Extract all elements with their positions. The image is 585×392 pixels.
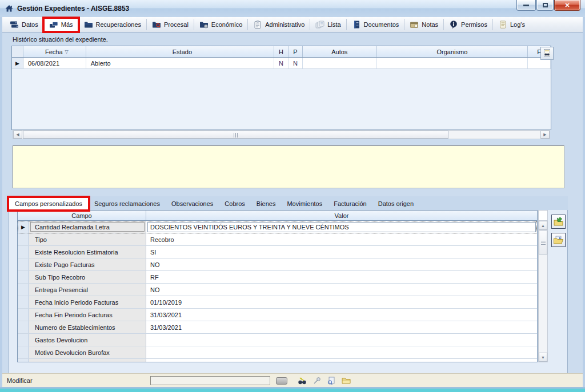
cell-p: N bbox=[289, 58, 303, 68]
toolbar-button-recuperaciones[interactable]: Recuperaciones bbox=[79, 18, 147, 31]
close-icon: ✕ bbox=[564, 2, 570, 9]
desktop-edge-strip bbox=[0, 389, 585, 392]
tab-bienes[interactable]: Bienes bbox=[251, 198, 282, 210]
field-name-cell: Gastos Devolucion bbox=[29, 334, 146, 346]
close-button[interactable]: ✕ bbox=[554, 0, 580, 11]
field-value-cell[interactable]: NO bbox=[146, 284, 537, 296]
toolbar-label: Permisos bbox=[461, 21, 487, 28]
column-header-valor[interactable]: Valor bbox=[146, 211, 537, 220]
tab-seguros-reclamaciones[interactable]: Seguros reclamaciones bbox=[89, 198, 166, 210]
field-value-cell[interactable]: NO bbox=[146, 258, 537, 270]
toolbar-label: Económico bbox=[211, 21, 242, 28]
horizontal-scroll-thumb[interactable] bbox=[23, 131, 448, 139]
import-folder-button[interactable] bbox=[551, 215, 566, 229]
field-name-cell: Fecha Inicio Periodo Facturas bbox=[29, 296, 146, 308]
arrow-left-icon: ◀ bbox=[16, 132, 19, 137]
history-search-button[interactable] bbox=[540, 47, 554, 60]
toolbar-button-administrativo[interactable]: Administrativo bbox=[248, 18, 310, 31]
main-toolbar: Datos Más Recuperaciones Procesal Económ… bbox=[2, 17, 583, 33]
toolbar-button-lista[interactable]: Lista bbox=[310, 18, 346, 31]
notepad-icon bbox=[410, 20, 419, 29]
pin-icon[interactable] bbox=[312, 376, 322, 385]
field-row-fecha-fin-periodo-facturas[interactable]: Fecha Fin Periodo Facturas 31/03/2021 bbox=[18, 309, 537, 321]
scroll-up-button[interactable]: ▲ bbox=[539, 221, 547, 230]
history-grid-header: Fecha▽ Estado H P Autos Organismo F bbox=[12, 46, 551, 58]
field-value-cell[interactable]: RF bbox=[146, 271, 537, 283]
scroll-right-button[interactable]: ▶ bbox=[540, 131, 550, 139]
column-header-organismo[interactable]: Organismo bbox=[377, 46, 528, 57]
field-value-cell[interactable]: Recobro bbox=[146, 233, 537, 245]
column-header-p[interactable]: P bbox=[289, 46, 303, 57]
toolbar-button-procesal[interactable]: Procesal bbox=[147, 18, 194, 31]
current-row-icon: ▶ bbox=[15, 60, 19, 66]
field-value-cell[interactable]: SI bbox=[146, 246, 537, 258]
field-row-cantidad-reclamada-letra[interactable]: ▶ Cantidad Reclamada Letra DOSCIENTOS VE… bbox=[18, 221, 537, 233]
toolbar-button-permisos[interactable]: Permisos bbox=[444, 18, 492, 31]
history-table-row[interactable]: ▶ 06/08/2021 Abierto N N bbox=[12, 58, 551, 69]
column-header-campo[interactable]: Campo bbox=[18, 211, 146, 220]
tab-cobros[interactable]: Cobros bbox=[219, 198, 250, 210]
tab-observaciones[interactable]: Observaciones bbox=[166, 198, 219, 210]
column-header-autos[interactable]: Autos bbox=[303, 46, 377, 57]
tab-datos-origen[interactable]: Datos origen bbox=[372, 198, 419, 210]
field-row-fecha-inicio-periodo-facturas[interactable]: Fecha Inicio Periodo Facturas 01/10/2019 bbox=[18, 296, 537, 309]
field-row-fecha-recepcion-burofax[interactable]: Fecha Recepcion Burofax bbox=[18, 359, 537, 362]
column-header-h[interactable]: H bbox=[274, 46, 289, 57]
toolbar-button-datos[interactable]: Datos bbox=[5, 18, 43, 31]
field-row-existe-pago-facturas[interactable]: Existe Pago Facturas NO bbox=[18, 258, 537, 271]
scroll-track[interactable] bbox=[539, 254, 547, 353]
scroll-down-button[interactable]: ▼ bbox=[539, 353, 547, 362]
fields-vertical-scrollbar[interactable]: ▲ ▼ bbox=[538, 210, 548, 362]
tab-movimientos[interactable]: Movimientos bbox=[281, 198, 328, 210]
field-value-cell[interactable] bbox=[146, 334, 537, 346]
column-header-estado[interactable]: Estado bbox=[86, 46, 274, 57]
tab-campos-personalizados[interactable]: Campos personalizados bbox=[9, 197, 89, 210]
maximize-button[interactable] bbox=[536, 0, 554, 11]
value-editor[interactable]: DOSCIENTOS VEINTIDÓS EUROS Y TREINTA Y N… bbox=[147, 222, 536, 232]
field-value-cell[interactable]: 31/03/2021 bbox=[146, 309, 537, 321]
title-bar: Gestión Expedientes - AISGE.8853 ✕ bbox=[0, 0, 585, 17]
field-row-sub-tipo-recobro[interactable]: Sub Tipo Recobro RF bbox=[18, 271, 537, 284]
field-value-cell[interactable]: DOSCIENTOS VEINTIDÓS EUROS Y TREINTA Y N… bbox=[146, 221, 537, 233]
field-value-cell[interactable] bbox=[146, 359, 537, 362]
minimize-button[interactable] bbox=[516, 0, 536, 11]
open-folder-button[interactable] bbox=[551, 233, 566, 247]
scroll-left-button[interactable]: ◀ bbox=[13, 131, 22, 139]
toolbar-button-mas[interactable]: Más bbox=[44, 18, 78, 31]
cell-estado: Abierto bbox=[86, 58, 274, 68]
field-value-cell[interactable] bbox=[146, 346, 537, 358]
field-value-cell[interactable]: 31/03/2021 bbox=[146, 321, 537, 333]
toolbar-button-logs[interactable]: Log's bbox=[493, 18, 530, 31]
history-horizontal-scrollbar[interactable]: ◀ ▶ bbox=[13, 130, 550, 139]
folder-status-icon[interactable] bbox=[341, 376, 351, 385]
toolbar-button-notas[interactable]: Notas bbox=[404, 18, 443, 31]
history-section-label: Histórico situación del expediente. bbox=[13, 36, 108, 43]
client-area: Datos Más Recuperaciones Procesal Económ… bbox=[2, 17, 583, 387]
field-row-numero-de-establecimientos[interactable]: Numero de Establecimientos 31/03/2021 bbox=[18, 321, 537, 334]
scroll-track[interactable] bbox=[448, 131, 540, 139]
maximize-icon bbox=[543, 3, 548, 7]
app-window: Gestión Expedientes - AISGE.8853 ✕ Datos… bbox=[0, 0, 585, 392]
row-selector-cell bbox=[18, 321, 29, 333]
field-row-motivo-devolucion-burofax[interactable]: Motivo Devolucion Burofax bbox=[18, 346, 537, 359]
field-row-existe-resolucion-estimatoria[interactable]: Existe Resolucion Estimatoria SI bbox=[18, 246, 537, 258]
vertical-scroll-thumb[interactable] bbox=[539, 231, 547, 254]
field-row-entrega-presencial[interactable]: Entrega Presencial NO bbox=[18, 284, 537, 296]
folder-closed-icon bbox=[84, 20, 93, 29]
binoculars-icon[interactable] bbox=[297, 375, 307, 386]
row-selector-cell bbox=[18, 359, 29, 362]
toolbar-button-documentos[interactable]: Documentos bbox=[347, 18, 404, 31]
toolbar-label: Procesal bbox=[164, 21, 189, 28]
notes-memo-field[interactable] bbox=[13, 146, 564, 188]
field-row-tipo[interactable]: Tipo Recobro bbox=[18, 233, 537, 246]
status-bar: Modificar bbox=[2, 373, 583, 387]
column-header-fecha[interactable]: Fecha▽ bbox=[23, 46, 86, 57]
current-row-icon: ▶ bbox=[21, 224, 25, 230]
toolbar-button-economico[interactable]: Económico bbox=[194, 18, 247, 31]
field-value-cell[interactable]: 01/10/2019 bbox=[146, 296, 537, 308]
sort-desc-icon: ▽ bbox=[65, 49, 69, 54]
arrow-right-icon: ▶ bbox=[543, 132, 546, 137]
tab-facturacion[interactable]: Facturación bbox=[328, 198, 372, 210]
page-zoom-icon[interactable] bbox=[327, 376, 336, 385]
field-row-gastos-devolucion[interactable]: Gastos Devolucion bbox=[18, 334, 537, 346]
